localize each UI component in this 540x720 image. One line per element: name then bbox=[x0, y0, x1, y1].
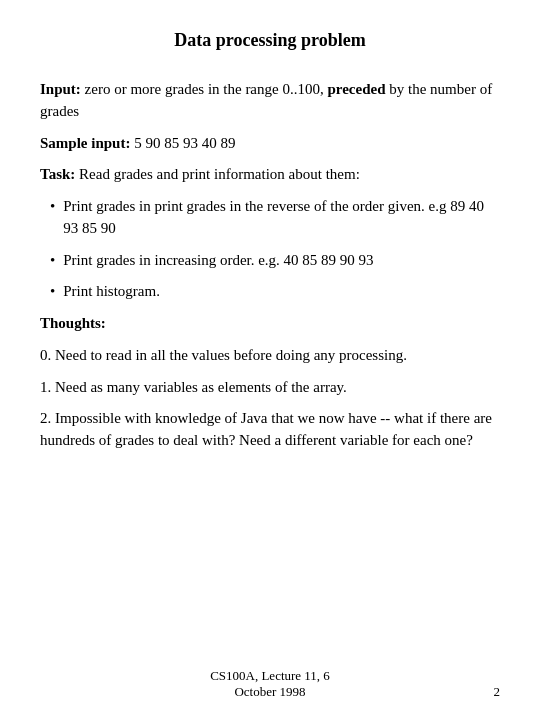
thought-2: 2. Impossible with knowledge of Java tha… bbox=[40, 408, 500, 452]
page-title: Data processing problem bbox=[40, 30, 500, 51]
page: Data processing problem Input: zero or m… bbox=[0, 0, 540, 720]
thought-2-text: 2. Impossible with knowledge of Java tha… bbox=[40, 410, 492, 448]
task-text: Read grades and print information about … bbox=[75, 166, 360, 182]
footer-text: CS100A, Lecture 11, 6 October 1998 bbox=[210, 668, 330, 700]
bullet-item-2: • Print grades in increasing order. e.g.… bbox=[50, 250, 500, 272]
footer-line2: October 1998 bbox=[234, 684, 305, 699]
task-label: Task: bbox=[40, 166, 75, 182]
input-section: Input: zero or more grades in the range … bbox=[40, 79, 500, 123]
input-text: zero or more grades in the range 0..100, bbox=[81, 81, 328, 97]
sample-value: 5 90 85 93 40 89 bbox=[130, 135, 235, 151]
thoughts-label-section: Thoughts: bbox=[40, 313, 500, 335]
bullet-dot-2: • bbox=[50, 250, 55, 272]
page-number: 2 bbox=[494, 684, 501, 700]
sample-section: Sample input: 5 90 85 93 40 89 bbox=[40, 133, 500, 155]
bullet-text-2: Print grades in increasing order. e.g. 4… bbox=[63, 250, 373, 272]
thought-1-text: 1. Need as many variables as elements of… bbox=[40, 379, 347, 395]
thought-0-text: 0. Need to read in all the values before… bbox=[40, 347, 407, 363]
thoughts-label: Thoughts: bbox=[40, 315, 106, 331]
thought-0: 0. Need to read in all the values before… bbox=[40, 345, 500, 367]
bullet-dot-3: • bbox=[50, 281, 55, 303]
bullet-text-1: Print grades in print grades in the reve… bbox=[63, 196, 500, 240]
thought-1: 1. Need as many variables as elements of… bbox=[40, 377, 500, 399]
bullet-item-3: • Print histogram. bbox=[50, 281, 500, 303]
bullet-item-1: • Print grades in print grades in the re… bbox=[50, 196, 500, 240]
bullet-dot-1: • bbox=[50, 196, 55, 218]
input-bold2: preceded bbox=[327, 81, 385, 97]
task-section: Task: Read grades and print information … bbox=[40, 164, 500, 186]
sample-label: Sample input: bbox=[40, 135, 130, 151]
bullet-text-3: Print histogram. bbox=[63, 281, 160, 303]
bullet-list: • Print grades in print grades in the re… bbox=[50, 196, 500, 303]
footer: CS100A, Lecture 11, 6 October 1998 bbox=[0, 668, 540, 700]
footer-line1: CS100A, Lecture 11, 6 bbox=[210, 668, 330, 683]
input-label: Input: bbox=[40, 81, 81, 97]
